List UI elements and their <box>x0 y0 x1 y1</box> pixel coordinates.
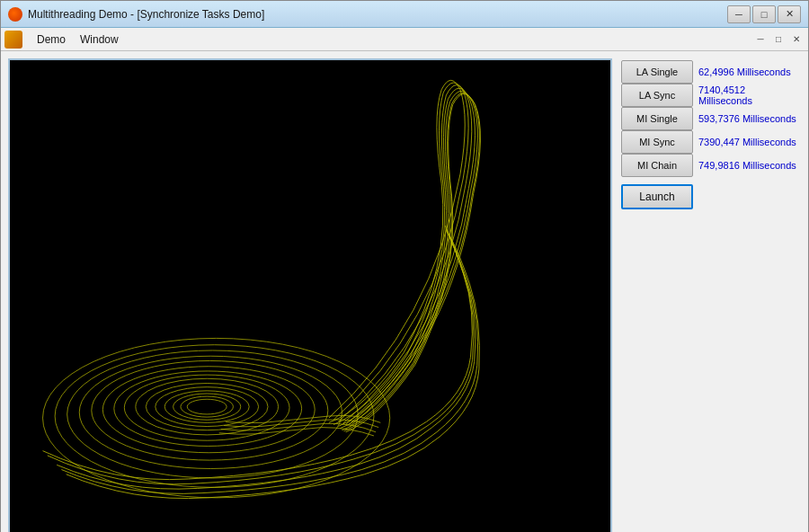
metric-button-mi-sync[interactable]: MI Sync <box>621 130 693 154</box>
title-bar-buttons: ─ □ ✕ <box>727 5 801 23</box>
metric-value-la-single: 62,4996 Milliseconds <box>698 66 791 77</box>
menu-item-window[interactable]: Window <box>73 31 126 48</box>
menu-app-icon <box>4 31 22 49</box>
metrics-container: LA Single62,4996 MillisecondsLA Sync7140… <box>621 60 801 177</box>
lorenz-attractor-svg <box>10 60 610 532</box>
metric-row: LA Single62,4996 Milliseconds <box>621 60 801 84</box>
app-icon <box>8 7 22 22</box>
menu-minimize-button[interactable]: ─ <box>752 32 769 47</box>
metric-row: LA Sync7140,4512 Milliseconds <box>621 84 801 107</box>
menu-bar-right-buttons: ─ □ ✕ <box>752 32 805 47</box>
maximize-button[interactable]: □ <box>752 5 776 23</box>
content-area: LA Single62,4996 MillisecondsLA Sync7140… <box>1 51 808 532</box>
main-window: Multithreading Demo - [Synchronize Tasks… <box>0 0 809 532</box>
attractor-display <box>8 58 612 532</box>
metric-value-mi-single: 593,7376 Milliseconds <box>698 113 796 124</box>
title-bar: Multithreading Demo - [Synchronize Tasks… <box>1 1 808 28</box>
metric-row: MI Chain749,9816 Milliseconds <box>621 154 801 177</box>
side-panel: LA Single62,4996 MillisecondsLA Sync7140… <box>621 58 801 532</box>
metric-value-mi-sync: 7390,447 Milliseconds <box>698 137 796 147</box>
menu-item-demo[interactable]: Demo <box>30 31 73 48</box>
metric-button-la-single[interactable]: LA Single <box>621 60 693 84</box>
close-button[interactable]: ✕ <box>778 5 801 23</box>
menu-restore-button[interactable]: □ <box>770 32 787 47</box>
metric-value-mi-chain: 749,9816 Milliseconds <box>698 160 796 171</box>
metric-row: MI Single593,7376 Milliseconds <box>621 107 801 130</box>
menu-close-button[interactable]: ✕ <box>788 32 805 47</box>
window-title: Multithreading Demo - [Synchronize Tasks… <box>28 8 727 21</box>
metric-button-mi-chain[interactable]: MI Chain <box>621 154 693 177</box>
minimize-button[interactable]: ─ <box>727 5 751 23</box>
launch-button[interactable]: Launch <box>621 184 693 209</box>
metric-row: MI Sync7390,447 Milliseconds <box>621 130 801 154</box>
metric-value-la-sync: 7140,4512 Milliseconds <box>698 84 801 106</box>
menu-bar: Demo Window ─ □ ✕ <box>1 28 808 51</box>
metric-button-la-sync[interactable]: LA Sync <box>621 84 693 107</box>
metric-button-mi-single[interactable]: MI Single <box>621 107 693 130</box>
